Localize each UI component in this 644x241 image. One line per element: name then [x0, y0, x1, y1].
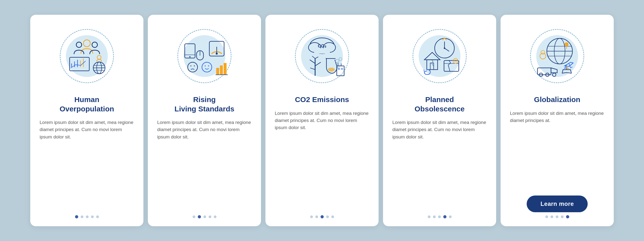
dot-3-1[interactable]: [310, 216, 313, 218]
svg-line-39: [310, 60, 315, 64]
svg-point-26: [202, 62, 212, 72]
svg-line-41: [310, 68, 315, 70]
svg-rect-48: [341, 68, 343, 70]
svg-point-28: [208, 66, 209, 66]
svg-point-52: [339, 58, 342, 60]
dot-5-3[interactable]: [556, 216, 558, 218]
planned-obsolescence-icon: [415, 32, 464, 81]
human-overpopulation-icon: [62, 32, 112, 81]
svg-point-1: [76, 42, 82, 48]
svg-rect-30: [220, 66, 223, 75]
dot-1-2[interactable]: [81, 216, 84, 218]
dot-2-4[interactable]: [208, 216, 211, 218]
card-5-title: Globalization: [534, 95, 580, 104]
svg-marker-73: [551, 68, 557, 73]
dot-4-4[interactable]: [443, 215, 446, 218]
svg-point-51: [336, 59, 339, 63]
svg-point-14: [97, 55, 101, 59]
dot-4-1[interactable]: [428, 216, 430, 218]
svg-rect-18: [185, 44, 195, 58]
svg-line-42: [312, 56, 315, 58]
dot-1-5[interactable]: [96, 216, 99, 218]
card-3-title: CO2 Emissions: [295, 95, 349, 104]
svg-point-76: [552, 73, 556, 76]
svg-point-69: [564, 42, 568, 46]
card-human-overpopulation: Human Overpopulation Lorem ipsum dolor s…: [30, 15, 144, 226]
svg-marker-78: [566, 67, 570, 69]
svg-rect-36: [314, 48, 330, 54]
card-1-dots: [75, 215, 99, 218]
rising-living-standards-icon: [180, 32, 229, 81]
dot-3-2[interactable]: [315, 216, 318, 218]
dot-5-1[interactable]: [545, 216, 548, 218]
dot-5-5[interactable]: [566, 215, 569, 218]
card-4-body: Lorem ipsum dolor sit dim amet, mea regi…: [392, 119, 487, 209]
co2-emissions-icon: CO₂: [298, 32, 346, 81]
svg-point-25: [194, 66, 195, 66]
svg-line-40: [315, 62, 321, 66]
svg-line-55: [444, 48, 449, 51]
learn-more-button[interactable]: Learn more: [527, 196, 588, 212]
dot-2-2[interactable]: [198, 215, 201, 218]
card-4-illustration: [408, 24, 472, 88]
dot-3-4[interactable]: [326, 216, 329, 218]
dot-4-3[interactable]: [438, 216, 441, 218]
svg-line-43: [315, 57, 318, 58]
dot-4-2[interactable]: [433, 216, 436, 218]
card-1-illustration: [55, 24, 119, 88]
dot-5-2[interactable]: [550, 216, 553, 218]
card-2-illustration: [172, 24, 236, 88]
card-2-dots: [192, 215, 216, 218]
svg-point-70: [540, 53, 546, 59]
dot-1-1[interactable]: [75, 215, 78, 218]
globalization-icon: [532, 32, 582, 81]
dot-3-5[interactable]: [331, 216, 334, 218]
card-co2-emissions: CO₂: [266, 15, 378, 226]
dot-1-4[interactable]: [91, 216, 94, 218]
card-1-title: Human Overpopulation: [60, 95, 114, 113]
svg-rect-46: [337, 66, 344, 76]
dot-5-4[interactable]: [561, 216, 564, 218]
svg-point-62: [453, 58, 458, 64]
svg-point-17: [216, 53, 218, 54]
card-3-body: Lorem ipsum dolor sit dim amet, mea regi…: [275, 110, 369, 209]
card-5-body: Lorem ipsum dolor sit dim amet, mea regi…: [510, 110, 604, 188]
card-planned-obsolescence: Planned Obsolescence Lorem ipsum dolor s…: [383, 15, 496, 226]
svg-point-71: [541, 50, 545, 54]
dot-3-3[interactable]: [320, 215, 324, 218]
svg-point-45: [328, 68, 335, 72]
svg-point-0: [84, 40, 90, 47]
card-2-body: Lorem ipsum dolor sit dim amet, mea regi…: [157, 119, 252, 209]
card-globalization: Globalization Lorem ipsum dolor sit dim …: [500, 15, 614, 226]
card-4-title: Planned Obsolescence: [414, 95, 464, 113]
dot-1-3[interactable]: [86, 216, 88, 218]
cards-container: Human Overpopulation Lorem ipsum dolor s…: [16, 5, 628, 236]
svg-rect-31: [224, 63, 226, 75]
card-2-title: Rising Living Standards: [174, 95, 234, 113]
card-4-dots: [428, 215, 452, 218]
svg-rect-29: [216, 68, 219, 75]
svg-rect-47: [338, 68, 340, 70]
card-5-dots: [545, 215, 569, 218]
card-1-body: Lorem ipsum dolor sit dim amet, mea regi…: [40, 119, 134, 209]
svg-marker-57: [424, 52, 440, 60]
svg-point-23: [188, 62, 198, 72]
dot-2-1[interactable]: [192, 216, 195, 218]
svg-rect-60: [444, 60, 459, 71]
svg-point-2: [92, 42, 98, 48]
dot-2-5[interactable]: [214, 216, 216, 218]
svg-text:CO₂: CO₂: [318, 44, 326, 48]
svg-point-56: [444, 48, 445, 49]
card-3-illustration: CO₂: [290, 24, 354, 88]
dot-4-5[interactable]: [449, 216, 452, 218]
svg-rect-3: [70, 57, 89, 71]
svg-point-20: [190, 56, 191, 58]
svg-point-24: [190, 66, 192, 66]
dot-2-3[interactable]: [204, 216, 206, 218]
card-rising-living-standards: Rising Living Standards Lorem ipsum dolo…: [148, 15, 261, 226]
card-5-illustration: [525, 24, 589, 88]
svg-rect-58: [427, 60, 438, 70]
card-3-dots: [310, 215, 334, 218]
svg-point-27: [205, 66, 206, 66]
